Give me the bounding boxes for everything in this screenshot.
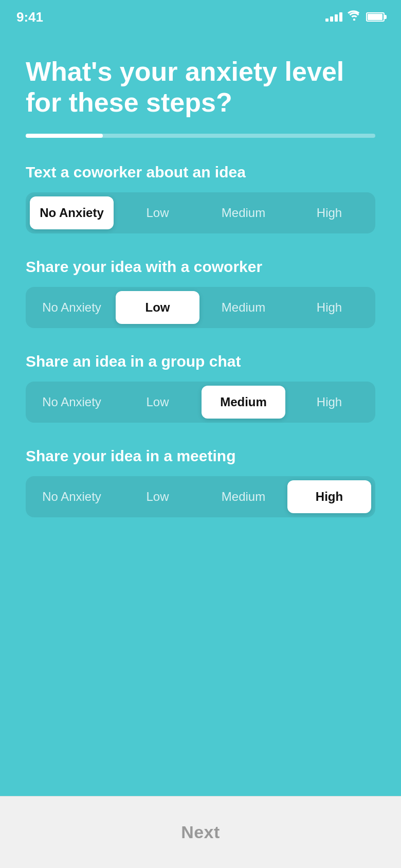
question-label-2: Share your idea with a coworker — [26, 258, 375, 276]
option-3-no-anxiety[interactable]: No Anxiety — [30, 386, 114, 419]
status-time: 9:41 — [16, 9, 43, 25]
option-1-no-anxiety[interactable]: No Anxiety — [30, 196, 114, 229]
battery-icon — [366, 12, 385, 22]
signal-icon — [325, 12, 342, 22]
question-block-3: Share an idea in a group chatNo AnxietyL… — [26, 353, 375, 423]
question-label-1: Text a coworker about an idea — [26, 164, 375, 181]
options-row-1: No AnxietyLowMediumHigh — [26, 192, 375, 233]
option-4-low[interactable]: Low — [116, 480, 199, 513]
option-4-high[interactable]: High — [287, 480, 371, 513]
status-icons — [325, 10, 385, 24]
option-3-medium[interactable]: Medium — [202, 386, 285, 419]
options-row-4: No AnxietyLowMediumHigh — [26, 476, 375, 517]
option-2-medium[interactable]: Medium — [202, 291, 285, 324]
option-3-high[interactable]: High — [287, 386, 371, 419]
option-1-high[interactable]: High — [287, 196, 371, 229]
option-4-no-anxiety[interactable]: No Anxiety — [30, 480, 114, 513]
options-row-2: No AnxietyLowMediumHigh — [26, 287, 375, 328]
option-2-low[interactable]: Low — [116, 291, 199, 324]
questions-container: Text a coworker about an ideaNo AnxietyL… — [26, 164, 375, 517]
question-label-3: Share an idea in a group chat — [26, 353, 375, 370]
progress-bar-container — [26, 134, 375, 138]
option-2-no-anxiety[interactable]: No Anxiety — [30, 291, 114, 324]
options-row-3: No AnxietyLowMediumHigh — [26, 382, 375, 423]
main-content: What's your anxiety level for these step… — [0, 31, 401, 796]
question-block-2: Share your idea with a coworkerNo Anxiet… — [26, 258, 375, 328]
page-title: What's your anxiety level for these step… — [26, 57, 375, 118]
status-bar: 9:41 — [0, 0, 401, 31]
question-block-1: Text a coworker about an ideaNo AnxietyL… — [26, 164, 375, 233]
bottom-bar: Next — [0, 796, 401, 868]
option-3-low[interactable]: Low — [116, 386, 199, 419]
option-1-low[interactable]: Low — [116, 196, 199, 229]
question-label-4: Share your idea in a meeting — [26, 447, 375, 465]
option-1-medium[interactable]: Medium — [202, 196, 285, 229]
wifi-icon — [348, 10, 361, 24]
progress-bar-fill — [26, 134, 103, 138]
option-2-high[interactable]: High — [287, 291, 371, 324]
next-button[interactable]: Next — [181, 822, 220, 842]
option-4-medium[interactable]: Medium — [202, 480, 285, 513]
question-block-4: Share your idea in a meetingNo AnxietyLo… — [26, 447, 375, 517]
